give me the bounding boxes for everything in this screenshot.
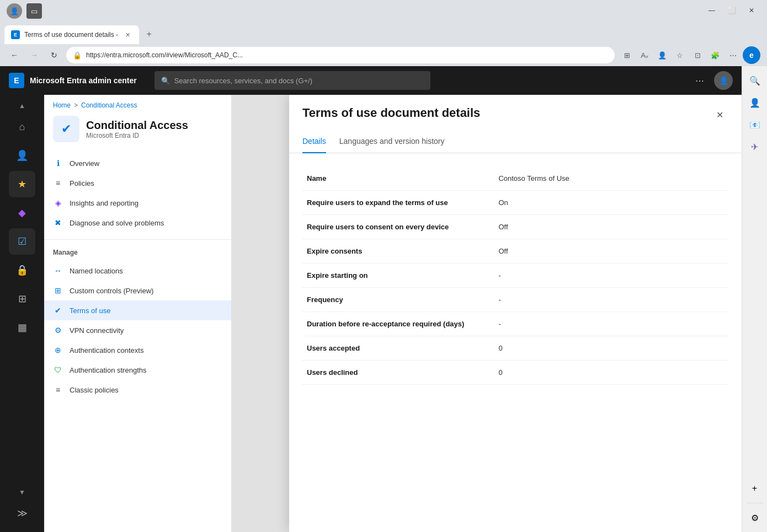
overview-icon: ℹ (53, 159, 63, 168)
sidebar-item-conditional-access[interactable]: ☑ (9, 228, 35, 255)
active-tab[interactable]: E Terms of use document details - ✕ (4, 25, 139, 44)
tab-details[interactable]: Details (302, 132, 326, 153)
table-row: Frequency - (302, 288, 728, 312)
sidebar-item-custom-controls[interactable]: ⊞ Custom controls (Preview) (44, 281, 231, 300)
collections-button[interactable]: ⊡ (690, 47, 705, 63)
row-label-expire-consents: Expire consents (302, 239, 494, 264)
browser-profile-icon[interactable]: 👤 (7, 3, 22, 19)
extensions-button[interactable]: 🧩 (707, 47, 723, 63)
row-value-users-declined: 0 (494, 361, 728, 385)
row-label-duration: Duration before re-acceptance required (… (302, 312, 494, 336)
sidebar-item-auth-contexts[interactable]: ⊕ Authentication contexts (44, 340, 231, 360)
insights-icon: ◈ (53, 198, 63, 207)
favorites-button[interactable]: ☆ (672, 47, 688, 63)
flyout-title: Terms of use document details (302, 106, 480, 120)
table-row: Users declined 0 (302, 361, 728, 385)
sidebar-item-named-locations[interactable]: ↔ Named locations (44, 261, 231, 281)
nav-header-icon: ✔ (53, 116, 79, 142)
minimize-button[interactable]: — (703, 4, 721, 17)
sidebar-item-monitoring[interactable]: ▦ (9, 314, 35, 341)
sidebar-settings-icon[interactable]: ⚙ (745, 508, 765, 528)
tab-close-button[interactable]: ✕ (122, 30, 132, 40)
url-text: https://entra.microsoft.com/#view/Micros… (86, 51, 243, 59)
classic-policies-icon: ≡ (53, 385, 63, 394)
table-row: Expire consents Off (302, 239, 728, 264)
grid-button[interactable]: ⊞ (619, 47, 635, 63)
sidebar-add-icon[interactable]: + (745, 479, 765, 498)
close-button[interactable]: ✕ (743, 4, 760, 17)
search-placeholder: Search resources, services, and docs (G+… (174, 77, 312, 85)
sidebar-item-governance[interactable]: ⊞ (9, 286, 35, 312)
app-name: Microsoft Entra admin center (30, 76, 137, 85)
tab-title: Terms of use document details - (24, 31, 118, 39)
reload-button[interactable]: ↻ (46, 47, 62, 63)
sidebar-item-favorites[interactable]: ★ (9, 171, 35, 197)
sidebar-item-terms-of-use[interactable]: ✔ Terms of use (44, 300, 231, 320)
row-label-consent-device: Require users to consent on every device (302, 215, 494, 239)
detail-panel: Terms of use document details ✕ Details … (232, 95, 742, 532)
tab-languages[interactable]: Languages and version history (339, 132, 445, 153)
sidebar-scroll-up[interactable]: ▲ (11, 99, 33, 112)
tab-favicon: E (11, 30, 20, 39)
manage-label: Manage (44, 244, 231, 259)
sidebar-search-icon[interactable]: 🔍 (745, 71, 765, 90)
row-label-expire-starting: Expire starting on (302, 264, 494, 288)
icon-sidebar: ▲ ⌂ 👤 ★ ◆ ☑ 🔒 ⊞ ▦ ▼ ≫ (0, 95, 44, 532)
auth-contexts-icon: ⊕ (53, 346, 63, 354)
breadcrumb-home[interactable]: Home (53, 101, 71, 109)
app-logo: E Microsoft Entra admin center (9, 73, 137, 88)
custom-controls-icon: ⊞ (53, 286, 63, 295)
topbar-more-button[interactable]: ⋯ (690, 71, 710, 90)
breadcrumb-current[interactable]: Conditional Access (81, 101, 137, 109)
table-row: Expire starting on - (302, 264, 728, 288)
details-table: Name Contoso Terms of Use Require users … (302, 166, 728, 385)
maximize-button[interactable]: ⬜ (723, 4, 741, 17)
sidebar-item-vpn[interactable]: ⚙ VPN connectivity (44, 320, 231, 340)
row-value-name: Contoso Terms of Use (494, 166, 728, 191)
row-label-users-accepted: Users accepted (302, 336, 494, 361)
sidebar-profile-icon[interactable]: 👤 (745, 93, 765, 112)
row-value-consent-device: Off (494, 215, 728, 239)
named-locations-icon: ↔ (53, 266, 63, 275)
row-value-expire-consents: Off (494, 239, 728, 264)
back-button[interactable]: ← (7, 47, 22, 63)
sidebar-item-overview[interactable]: ℹ Overview (44, 153, 231, 173)
row-value-users-accepted: 0 (494, 336, 728, 361)
address-bar[interactable]: 🔒 https://entra.microsoft.com/#view/Micr… (66, 47, 615, 63)
row-label-expand: Require users to expand the terms of use (302, 191, 494, 215)
row-label-users-declined: Users declined (302, 361, 494, 385)
browser-sidebar-toggle[interactable]: ▭ (26, 3, 42, 19)
topbar-avatar[interactable]: 👤 (714, 71, 733, 90)
sidebar-item-classic-policies[interactable]: ≡ Classic policies (44, 380, 231, 400)
new-tab-button[interactable]: + (141, 26, 157, 42)
sidebar-item-identity[interactable]: 👤 (9, 142, 35, 169)
sidebar-item-insights[interactable]: ◈ Insights and reporting (44, 193, 231, 213)
more-button[interactable]: ⋯ (725, 47, 741, 63)
search-box[interactable]: 🔍 Search resources, services, and docs (… (155, 71, 430, 90)
nav-header-title: Conditional Access (86, 119, 188, 132)
vpn-icon: ⚙ (53, 326, 63, 335)
sidebar-item-auth-strengths[interactable]: 🛡 Authentication strengths (44, 360, 231, 380)
sidebar-send-icon[interactable]: ✈ (745, 137, 765, 157)
sidebar-item-more[interactable]: ≫ (9, 500, 35, 526)
table-row: Require users to expand the terms of use… (302, 191, 728, 215)
read-aloud-button[interactable]: Aᵥ (637, 47, 652, 63)
table-row: Require users to consent on every device… (302, 215, 728, 239)
sidebar-scroll-down[interactable]: ▼ (11, 486, 33, 499)
sidebar-outlook-icon[interactable]: 📧 (745, 115, 765, 135)
sidebar-item-protection[interactable]: ◆ (9, 200, 35, 226)
sidebar-item-security[interactable]: 🔒 (9, 257, 35, 283)
edge-icon: e (743, 46, 760, 64)
person-button[interactable]: 👤 (654, 47, 670, 63)
table-row: Users accepted 0 (302, 336, 728, 361)
sidebar-item-diagnose[interactable]: ✖ Diagnose and solve problems (44, 213, 231, 233)
sidebar-item-policies[interactable]: ≡ Policies (44, 173, 231, 193)
flyout-panel: Terms of use document details ✕ Details … (289, 95, 742, 532)
forward-button[interactable]: → (26, 47, 42, 63)
breadcrumb-sep: > (74, 101, 78, 109)
row-value-frequency: - (494, 288, 728, 312)
sidebar-item-home[interactable]: ⌂ (9, 114, 35, 140)
auth-strengths-icon: 🛡 (53, 366, 63, 374)
flyout-close-button[interactable]: ✕ (711, 106, 728, 123)
diagnose-icon: ✖ (53, 218, 63, 227)
